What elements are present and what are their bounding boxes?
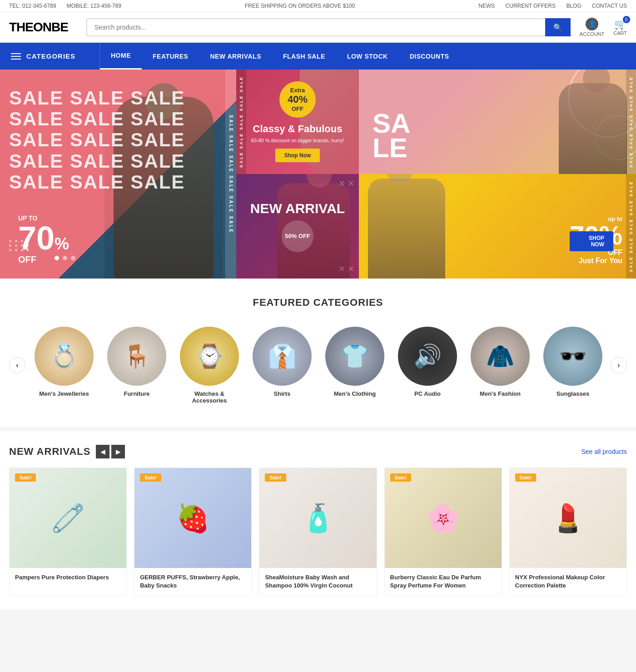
nav-features[interactable]: FEATURES (142, 44, 199, 69)
see-all-products-link[interactable]: See all products (581, 448, 627, 455)
new-arrivals-title: NEW ARRIVALS (9, 446, 90, 458)
side-sale-text: SALE SALE SALE SALE SALE SALE (225, 70, 236, 279)
search-bar: 🔍 (86, 18, 571, 36)
navigation: CATEGORIES HOME FEATURES NEW ARRIVALS FL… (0, 43, 636, 70)
category-item-audio[interactable]: 🔊 PC Audio (398, 327, 457, 404)
product-name-gerber: GERBER PUFFS, Strawberry Apple, Baby Sna… (140, 573, 246, 590)
product-image-burberry: Sale! 🌸 (385, 468, 502, 568)
mobile: MOBILE: 123-456-789 (67, 3, 121, 9)
category-image-audio: 🔊 (398, 327, 457, 386)
category-item-shirts[interactable]: 👔 Shirts (253, 327, 312, 404)
category-item-furniture[interactable]: 🪑 Furniture (107, 327, 166, 404)
product-card-shea[interactable]: Sale! 🧴 SheaMoisture Baby Wash and Shamp… (259, 468, 377, 596)
just-shop-now[interactable]: SHOP NOW (570, 231, 613, 251)
product-info-pampers: Pampers Pure Protection Diapers (10, 568, 126, 587)
account-button[interactable]: 👤 ACCOUNT (580, 18, 604, 37)
header: THEONBE 🔍 👤 ACCOUNT 🛒 0 CART (0, 12, 636, 43)
category-image-fashion: 🧥 (471, 327, 530, 386)
carousel-dot-3[interactable] (71, 256, 75, 260)
hero-right-banners: Extra 40% OFF Classy & Fabulous 60-80 % … (236, 70, 636, 279)
nav-links: HOME FEATURES NEW ARRIVALS FLASH SALE LO… (100, 43, 460, 70)
hero-carousel-dots (55, 256, 75, 260)
nav-new-arrivals[interactable]: NEW ARRIVALS (199, 44, 272, 69)
account-icon: 👤 (586, 18, 598, 30)
product-image-nyx: Sale! 💄 (510, 468, 626, 568)
cart-button[interactable]: 🛒 0 CART (613, 19, 627, 36)
top-bar-links: NEWS CURRENT OFFERS BLOG CONTACT US (469, 3, 627, 9)
category-image-sunglasses: 🕶️ (543, 327, 602, 386)
new-arrivals-section: NEW ARRIVALS ◀ ▶ See all products Sale! … (0, 431, 636, 609)
new-arrivals-header-left: NEW ARRIVALS ◀ ▶ (9, 445, 125, 458)
category-item-jewellery[interactable]: 💍 Men's Jewelleries (35, 327, 94, 404)
product-name-burberry: Burberry Classic Eau De Parfum Spray Per… (390, 573, 496, 590)
product-name-pampers: Pampers Pure Protection Diapers (15, 573, 121, 582)
contact-link[interactable]: CONTACT US (592, 3, 627, 9)
product-card-burberry[interactable]: Sale! 🌸 Burberry Classic Eau De Parfum S… (384, 468, 502, 596)
carousel-dot-2[interactable] (63, 256, 67, 260)
banner-classy-fabulous[interactable]: Extra 40% OFF Classy & Fabulous 60-80 % … (236, 70, 359, 174)
sale-badge-shea: Sale! (265, 473, 286, 482)
discount-badge: Extra 40% OFF (279, 81, 316, 118)
hero-main-banner[interactable]: SALE SALE SALE SALE SALE SALE SALE SALE … (0, 70, 236, 279)
top-bar-promo: FREE SHIPPING ON ORDERS ABOVE $100 (245, 3, 355, 9)
new-arrival-badge: 50% OFF (282, 220, 313, 252)
hero-sale-text: SALE SALE SALE SALE SALE SALE SALE SALE … (9, 88, 185, 193)
logo[interactable]: THEONBE (9, 20, 77, 35)
banner-sale-right[interactable]: SA LE SALE SALE SALE SALE SALE (359, 70, 636, 174)
top-bar-contact: TEL: 012-345-6789 MOBILE: 123-456-789 (9, 3, 130, 9)
carousel-next-button[interactable]: › (611, 357, 627, 373)
sale-badge-gerber: Sale! (140, 473, 161, 482)
category-item-watches[interactable]: ⌚ Watches &Accessories (180, 327, 239, 404)
product-card-gerber[interactable]: Sale! 🍓 GERBER PUFFS, Strawberry Apple, … (134, 468, 252, 596)
shop-now-button[interactable]: Shop Now (275, 149, 320, 162)
new-arrivals-header: NEW ARRIVALS ◀ ▶ See all products (9, 445, 627, 458)
classy-content: Extra 40% OFF Classy & Fabulous 60-80 % … (242, 72, 353, 171)
current-offers-link[interactable]: CURRENT OFFERS (506, 3, 556, 9)
sale2-side-sale: SALE SALE SALE SALE SALE (626, 70, 636, 174)
new-arrivals-next[interactable]: ▶ (111, 445, 125, 458)
blog-link[interactable]: BLOG (566, 3, 581, 9)
nav-discounts[interactable]: DISCOUNTS (399, 44, 460, 69)
sale2-content: SA LE (373, 111, 410, 160)
new-arrivals-prev[interactable]: ◀ (96, 445, 109, 458)
cart-icon: 🛒 0 (614, 19, 626, 30)
banner-just-for-you[interactable]: ○ up to 70% OFF Just For You SHOP NOW SA… (359, 174, 636, 279)
product-image-shea: Sale! 🧴 (259, 468, 376, 568)
header-actions: 👤 ACCOUNT 🛒 0 CART (580, 18, 627, 37)
classy-title: Classy & Fabulous (251, 123, 344, 135)
category-label-sunglasses: Sunglasses (556, 390, 589, 397)
category-item-fashion[interactable]: 🧥 Men's Fashion (471, 327, 530, 404)
product-info-nyx: NYX Professional Makeup Color Correction… (510, 568, 626, 595)
nav-home[interactable]: HOME (100, 43, 142, 70)
carousel-dot-1[interactable] (55, 256, 59, 260)
product-image-gerber: Sale! 🍓 (134, 468, 251, 568)
category-item-clothing[interactable]: 👕 Men's Clothing (325, 327, 384, 404)
nav-low-stock[interactable]: LOW STOCK (336, 44, 399, 69)
news-link[interactable]: NEWS (478, 3, 495, 9)
categories-carousel: ‹ 💍 Men's Jewelleries 🪑 Furniture ⌚ Watc… (9, 322, 627, 408)
category-label-audio: PC Audio (414, 390, 441, 397)
hero-bottom-row: ✕ ✕ ✕ ✕ NEW ARRIVAL 50% OFF ○ up to 70% (236, 174, 636, 279)
category-label-shirts: Shirts (274, 390, 291, 397)
category-image-jewellery: 💍 (35, 327, 94, 386)
banner-new-arrival[interactable]: ✕ ✕ ✕ ✕ NEW ARRIVAL 50% OFF (236, 174, 359, 279)
category-image-shirts: 👔 (253, 327, 312, 386)
product-info-gerber: GERBER PUFFS, Strawberry Apple, Baby Sna… (134, 568, 251, 595)
new-arrival-title: NEW ARRIVAL (250, 201, 345, 216)
nav-flash-sale[interactable]: FLASH SALE (272, 44, 336, 69)
categories-menu-button[interactable]: CATEGORIES (0, 43, 100, 70)
product-card-pampers[interactable]: Sale! 🧷 Pampers Pure Protection Diapers (9, 468, 127, 596)
account-label: ACCOUNT (580, 31, 604, 37)
product-info-burberry: Burberry Classic Eau De Parfum Spray Per… (385, 568, 502, 595)
category-label-jewellery: Men's Jewelleries (39, 390, 89, 397)
sale-badge-burberry: Sale! (390, 473, 411, 482)
category-item-sunglasses[interactable]: 🕶️ Sunglasses (543, 327, 602, 404)
product-card-nyx[interactable]: Sale! 💄 NYX Professional Makeup Color Co… (509, 468, 627, 596)
search-button[interactable]: 🔍 (545, 18, 571, 36)
sale-badge-nyx: Sale! (515, 473, 536, 482)
category-label-clothing: Men's Clothing (334, 390, 376, 397)
search-input[interactable] (86, 18, 545, 36)
carousel-prev-button[interactable]: ‹ (9, 357, 25, 373)
category-image-watches: ⌚ (180, 327, 239, 386)
new-arrival-content: NEW ARRIVAL 50% OFF (241, 192, 354, 261)
